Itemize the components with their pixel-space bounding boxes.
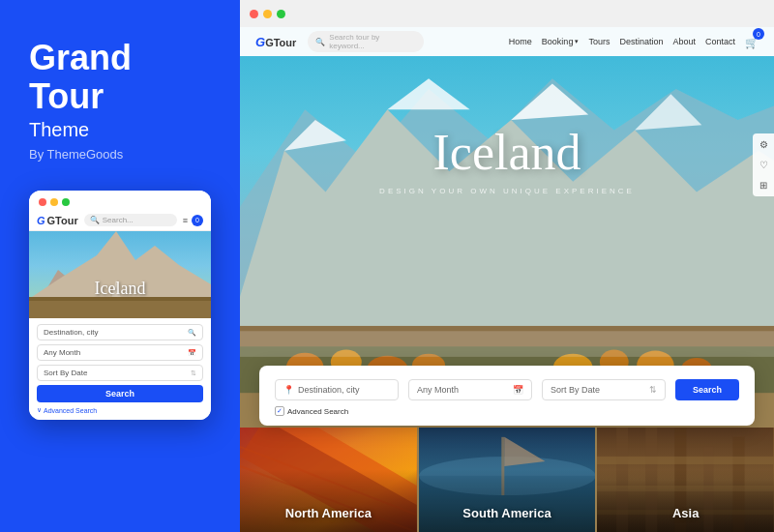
search-form: 📍 Destination, city Any Month 📅 Sort By …: [259, 366, 755, 426]
cart-badge: 0: [192, 215, 203, 226]
mockup-nav-icons: ≡ 0: [183, 215, 203, 226]
hero-title: Iceland: [432, 124, 580, 181]
search-icon: 🔍: [90, 216, 100, 224]
mockup-form: Destination, city 🔍 Any Month 📅 Sort By …: [29, 318, 211, 420]
dot-green: [62, 198, 70, 206]
nav-about[interactable]: About: [672, 37, 696, 46]
svg-rect-5: [29, 301, 211, 318]
cart-button[interactable]: 🛒 0: [745, 33, 759, 50]
mockup-search-bar[interactable]: 🔍 Search...: [84, 214, 177, 226]
card-asia[interactable]: Asia: [597, 428, 774, 532]
calendar-icon: 📅: [513, 385, 523, 395]
site-searchbar[interactable]: 🔍 Search tour by keyword...: [308, 31, 424, 52]
mockup-mountain-svg: [29, 231, 211, 318]
nav-booking[interactable]: Booking ▾: [542, 37, 580, 46]
calendar-icon: 📅: [188, 349, 196, 357]
search-button[interactable]: Search: [675, 379, 739, 400]
browser-content: GGTour 🔍 Search tour by keyword... Home …: [240, 27, 774, 532]
chevron-down-icon: ▾: [575, 38, 579, 45]
advanced-search-toggle[interactable]: ✓ Advanced Search: [275, 406, 739, 416]
mockup-destination-input[interactable]: Destination, city 🔍: [37, 324, 203, 340]
dot-red: [39, 198, 46, 206]
card-south-america[interactable]: South America: [419, 428, 596, 532]
browser-dot-fullscreen[interactable]: [277, 10, 285, 18]
nav-contact[interactable]: Contact: [705, 37, 735, 46]
month-field[interactable]: Any Month 📅: [408, 379, 532, 400]
dot-yellow: [50, 198, 58, 206]
sort-icon: ⇅: [649, 385, 657, 395]
menu-icon: ≡: [183, 216, 188, 225]
mockup-sort-input[interactable]: Sort By Date ⇅: [37, 365, 203, 381]
svg-rect-24: [240, 331, 774, 357]
hero-subtitle: DESIGN YOUR OWN UNIQUE EXPERIENCE: [379, 187, 635, 195]
chevron-down-icon: ∨: [37, 406, 42, 414]
mockup-hero-text: Iceland: [95, 279, 146, 299]
destination-field[interactable]: 📍 Destination, city: [275, 379, 399, 400]
mockup-advanced-search[interactable]: ∨ Advanced Search: [37, 406, 203, 414]
mockup-month-input[interactable]: Any Month 📅: [37, 344, 203, 361]
right-panel: GGTour 🔍 Search tour by keyword... Home …: [240, 0, 774, 532]
south-america-label: South America: [462, 506, 551, 520]
sort-field[interactable]: Sort By Date ⇅: [542, 379, 666, 400]
heart-icon[interactable]: ♡: [758, 158, 770, 172]
mockup-logo: GGTour: [37, 215, 78, 226]
search-icon: 🔍: [315, 38, 325, 46]
search-icon-sm: 🔍: [188, 329, 196, 337]
brand-subtitle: Theme: [29, 119, 211, 141]
north-america-label: North America: [285, 506, 372, 520]
location-icon: 📍: [283, 385, 294, 395]
destination-cards: North America: [240, 428, 774, 532]
nav-destination[interactable]: Destination: [619, 37, 663, 46]
mobile-mockup: GGTour 🔍 Search... ≡ 0: [29, 191, 211, 420]
card-north-america[interactable]: North America: [240, 428, 417, 532]
mockup-nav: GGTour 🔍 Search... ≡ 0: [29, 210, 211, 231]
checkbox-icon: ✓: [275, 406, 284, 416]
right-sidebar: ⚙ ♡ ⊞: [753, 133, 774, 196]
share-icon[interactable]: ⊞: [758, 178, 769, 192]
mockup-titlebar: [29, 191, 211, 210]
mockup-hero: Iceland: [29, 231, 211, 318]
browser-dot-minimize[interactable]: [263, 10, 272, 18]
browser-dot-close[interactable]: [250, 10, 258, 18]
site-nav: Home Booking ▾ Tours Destination About C…: [509, 33, 759, 50]
browser-chrome: [240, 0, 774, 27]
brand-title: Grand Tour: [29, 39, 211, 115]
cart-badge: 0: [753, 28, 764, 40]
sort-icon: ⇅: [191, 369, 196, 377]
site-header: GGTour 🔍 Search tour by keyword... Home …: [240, 27, 774, 56]
asia-label: Asia: [672, 506, 699, 520]
left-panel: Grand Tour Theme By ThemeGoods GGTour 🔍 …: [0, 0, 240, 532]
nav-home[interactable]: Home: [509, 37, 532, 46]
nav-tours[interactable]: Tours: [588, 37, 610, 46]
search-form-row: 📍 Destination, city Any Month 📅 Sort By …: [275, 379, 739, 400]
settings-icon[interactable]: ⚙: [758, 137, 770, 152]
brand-by: By ThemeGoods: [29, 147, 211, 162]
site-logo: GGTour: [255, 35, 296, 49]
mockup-search-btn[interactable]: Search: [37, 385, 203, 402]
